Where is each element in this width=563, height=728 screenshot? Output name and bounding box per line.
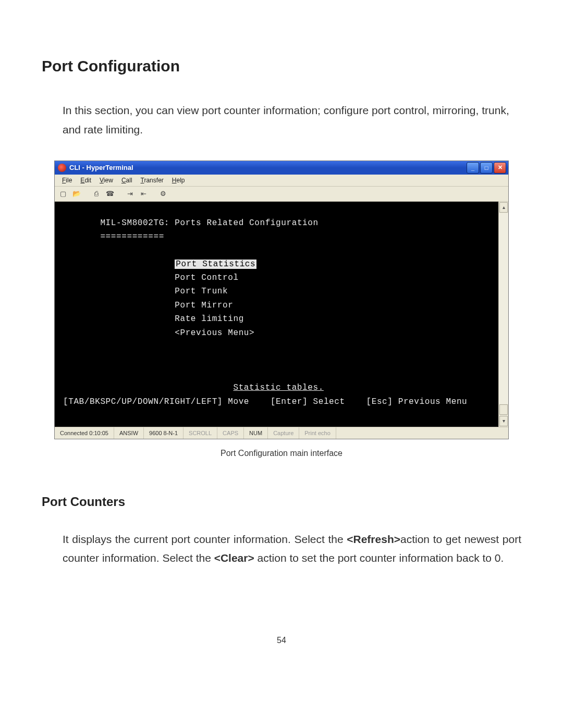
- connect-icon[interactable]: ⇥: [125, 189, 135, 199]
- minimize-button[interactable]: _: [467, 162, 479, 174]
- status-num: NUM: [244, 427, 268, 439]
- menu-bar: File Edit View Call Transfer Help: [55, 175, 508, 187]
- menu-rate-limiting[interactable]: Rate limiting: [175, 314, 244, 324]
- window-title: CLI - HyperTerminal: [69, 164, 467, 171]
- intro-paragraph: In this section, you can view port count…: [63, 101, 521, 140]
- counters-paragraph: It displays the current port counter inf…: [63, 530, 521, 569]
- print-icon[interactable]: ⎙: [91, 189, 102, 199]
- menu-port-control[interactable]: Port Control: [175, 273, 238, 282]
- menu-help[interactable]: Help: [168, 176, 189, 185]
- open-folder-icon[interactable]: 📂: [71, 189, 82, 199]
- menu-call[interactable]: Call: [117, 176, 137, 185]
- status-bar: Connected 0:10:05 ANSIW 9600 8-N-1 SCROL…: [55, 427, 508, 439]
- status-scroll: SCROLL: [183, 427, 217, 439]
- subsection-heading: Port Counters: [42, 495, 521, 509]
- app-icon: [58, 164, 66, 172]
- status-caps: CAPS: [217, 427, 244, 439]
- menu-edit[interactable]: Edit: [76, 176, 95, 185]
- menu-previous[interactable]: <Previous Menu>: [175, 328, 254, 338]
- section-heading: Port Configuration: [42, 57, 521, 75]
- menu-file[interactable]: File: [58, 176, 76, 185]
- status-printecho: Print echo: [299, 427, 336, 439]
- close-button[interactable]: ✕: [494, 162, 506, 174]
- refresh-action-label: <Refresh>: [347, 533, 400, 545]
- scroll-up-icon[interactable]: ▴: [499, 202, 508, 213]
- properties-icon[interactable]: ⚙: [158, 189, 168, 199]
- page-number: 54: [42, 636, 521, 645]
- maximize-button[interactable]: □: [480, 162, 493, 174]
- terminal-divider: ============: [100, 232, 164, 241]
- hyperterminal-window: CLI - HyperTerminal _ □ ✕ File Edit View…: [54, 161, 509, 439]
- window-titlebar: CLI - HyperTerminal _ □ ✕: [55, 161, 508, 175]
- terminal-header: MIL-SM8002TG: Ports Related Configuratio…: [100, 218, 318, 228]
- scroll-down-icon[interactable]: ▾: [499, 416, 508, 426]
- scroll-thumb[interactable]: [499, 404, 508, 415]
- hint-line: Statistic tables.: [233, 383, 323, 392]
- status-capture: Capture: [268, 427, 299, 439]
- menu-port-statistics[interactable]: Port Statistics: [175, 260, 256, 269]
- figure-caption: Port Configuration main interface: [42, 449, 521, 458]
- menu-port-trunk[interactable]: Port Trunk: [175, 287, 228, 296]
- scroll-track[interactable]: [499, 213, 508, 404]
- terminal-screen[interactable]: MIL-SM8002TG: Ports Related Configuratio…: [55, 202, 508, 427]
- menu-view[interactable]: View: [95, 176, 117, 185]
- toolbar: ▢ 📂 ⎙ ☎ ⇥ ⇤ ⚙: [55, 187, 508, 202]
- nav-hint-line: [TAB/BKSPC/UP/DOWN/RIGHT/LEFT] Move [Ent…: [63, 397, 467, 406]
- hangup-icon[interactable]: ☎: [105, 189, 115, 199]
- status-connected: Connected 0:10:05: [55, 427, 114, 439]
- new-file-icon[interactable]: ▢: [58, 189, 68, 199]
- menu-port-mirror[interactable]: Port Mirror: [175, 301, 233, 310]
- clear-action-label: <Clear>: [214, 552, 254, 564]
- menu-transfer[interactable]: Transfer: [137, 176, 168, 185]
- disconnect-icon[interactable]: ⇤: [138, 189, 149, 199]
- status-emulation: ANSIW: [114, 427, 144, 439]
- terminal-scrollbar[interactable]: ▴ ▾: [498, 202, 508, 427]
- status-port-settings: 9600 8-N-1: [144, 427, 183, 439]
